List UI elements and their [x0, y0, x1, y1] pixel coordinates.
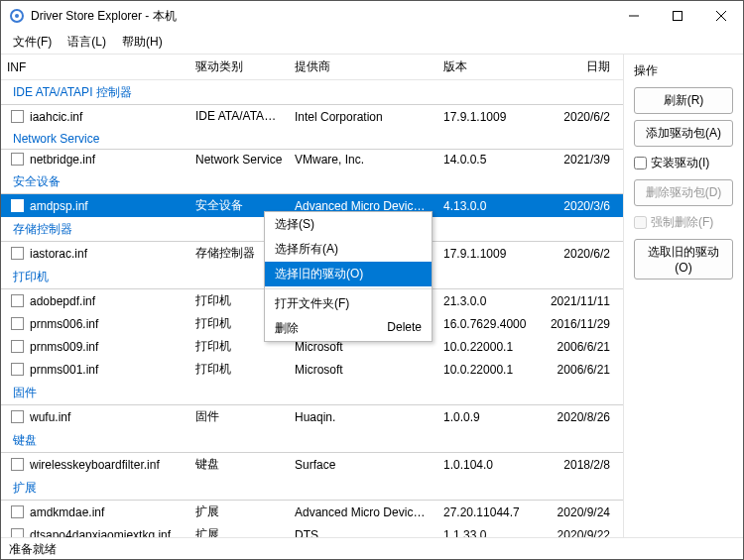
force-delete-check-input [634, 216, 647, 229]
menu-help[interactable]: 帮助(H) [114, 32, 171, 53]
table-row[interactable]: iaahcic.infIDE ATA/ATAPI 控制器Intel Corpor… [1, 105, 623, 129]
title-bar: Driver Store Explorer - 本机 [1, 1, 743, 31]
col-provider[interactable]: 提供商 [289, 55, 437, 80]
maximize-button[interactable] [656, 1, 699, 31]
table-row[interactable]: dtsapo4dapxiaomiextkg.inf扩展DTS1.1.33.020… [1, 523, 623, 537]
col-version[interactable]: 版本 [437, 55, 537, 80]
actions-panel: 操作 刷新(R) 添加驱动包(A) 安装驱动(I) 删除驱动包(D) 强制删除(… [624, 55, 743, 537]
table-row[interactable]: prnms001.inf打印机Microsoft10.0.22000.12006… [1, 358, 623, 381]
driver-list-pane: INF 驱动类别 提供商 版本 日期 大 IDE ATA/ATAPI 控制器ia… [1, 55, 624, 537]
col-date[interactable]: 日期 [537, 55, 616, 80]
group-header[interactable]: IDE ATA/ATAPI 控制器 [1, 80, 623, 105]
group-header[interactable]: 扩展 [1, 476, 623, 501]
group-header[interactable]: 键盘 [1, 428, 623, 453]
select-old-button[interactable]: 选取旧的驱动(O) [634, 239, 733, 280]
menu-file[interactable]: 文件(F) [5, 32, 60, 53]
context-menu-item[interactable]: 选择旧的驱动(O) [265, 262, 432, 286]
actions-heading: 操作 [634, 62, 733, 79]
col-inf[interactable]: INF [1, 55, 189, 80]
context-menu-item[interactable]: 选择所有(A) [265, 237, 432, 262]
menu-bar: 文件(F) 语言(L) 帮助(H) [1, 31, 743, 55]
table-row[interactable]: wufu.inf固件Huaqin.1.0.0.92020/8/2617 M [1, 405, 623, 429]
install-driver-check-input[interactable] [634, 157, 647, 169]
app-icon [9, 8, 25, 24]
add-driver-button[interactable]: 添加驱动包(A) [634, 120, 733, 147]
minimize-button[interactable] [612, 1, 656, 31]
table-row[interactable]: netbridge.infNetwork ServiceVMware, Inc.… [1, 150, 623, 170]
svg-rect-3 [674, 12, 682, 21]
table-row[interactable]: amdkmdae.inf扩展Advanced Micro Devices, In… [1, 501, 623, 524]
context-menu-separator [265, 288, 432, 289]
group-header[interactable]: 安全设备 [1, 169, 623, 194]
context-menu-item[interactable]: 打开文件夹(F) [265, 291, 432, 316]
window-title: Driver Store Explorer - 本机 [31, 8, 612, 25]
force-delete-checkbox: 强制删除(F) [634, 212, 733, 233]
close-button[interactable] [699, 1, 743, 31]
delete-driver-button[interactable]: 删除驱动包(D) [634, 179, 733, 206]
context-menu-item[interactable]: 删除Delete [265, 316, 432, 341]
context-menu-item[interactable]: 选择(S) [265, 212, 432, 237]
table-header[interactable]: INF 驱动类别 提供商 版本 日期 大 [1, 55, 623, 80]
group-header[interactable]: Network Service [1, 128, 623, 150]
group-header[interactable]: 固件 [1, 381, 623, 405]
refresh-button[interactable]: 刷新(R) [634, 87, 733, 114]
context-menu: 选择(S)选择所有(A)选择旧的驱动(O)打开文件夹(F)删除Delete [264, 211, 433, 342]
col-category[interactable]: 驱动类别 [189, 55, 289, 80]
col-size[interactable]: 大 [616, 55, 623, 80]
install-driver-checkbox[interactable]: 安装驱动(I) [634, 153, 733, 173]
table-row[interactable]: wirelesskeyboardfilter.inf键盘Surface1.0.1… [1, 453, 623, 477]
menu-language[interactable]: 语言(L) [60, 32, 114, 53]
status-bar: 准备就绪 [1, 537, 743, 559]
svg-point-1 [15, 14, 19, 18]
